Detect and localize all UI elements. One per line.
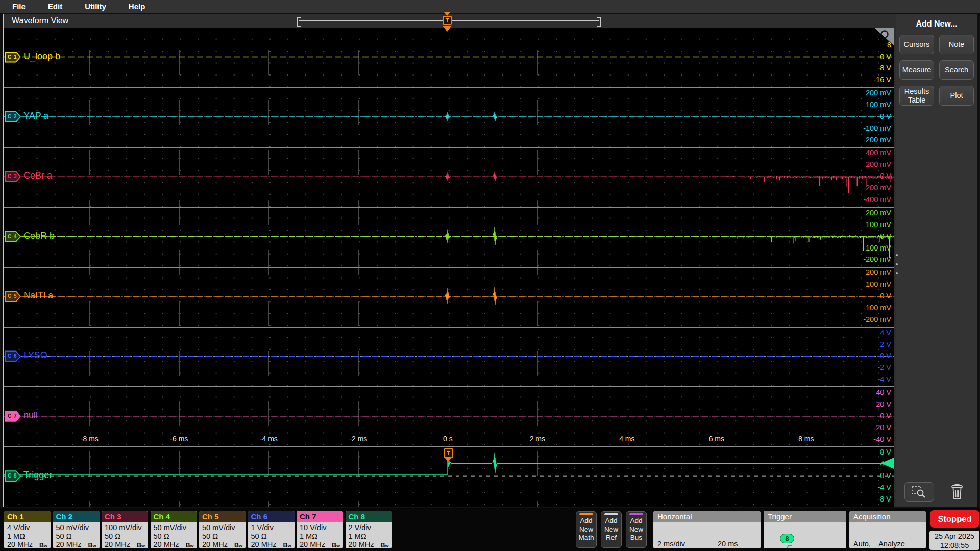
channel-badge-8[interactable]: C 8 <box>5 470 21 482</box>
scale-label: -100 mV <box>863 124 891 132</box>
run-stop-status[interactable]: Stopped <box>930 510 979 528</box>
add-new-search-button[interactable]: Search <box>939 60 974 80</box>
channel-card-body: 50 mV/div50 Ω20 MHzBw <box>151 522 197 548</box>
channel-impedance: 1 MΩ <box>300 532 341 541</box>
view-title: Waveform View <box>12 16 68 26</box>
channel-name-1[interactable]: U_loop b <box>23 51 60 62</box>
channel-card-6[interactable]: Ch 61 V/div50 Ω20 MHzBw <box>248 511 295 548</box>
add-new-plot-button[interactable]: Plot <box>939 86 974 106</box>
zoom-select-button[interactable] <box>904 482 934 502</box>
channel-card-7[interactable]: Ch 710 V/div1 MΩ20 MHzBw <box>297 511 343 548</box>
channel-name-6[interactable]: LYSO <box>23 350 47 361</box>
time-axis-label: 6 ms <box>709 435 724 443</box>
add-new-title: Add New... <box>896 19 977 29</box>
channel-card-2[interactable]: Ch 250 mV/div50 Ω20 MHzBw <box>53 511 100 548</box>
channel-card-4[interactable]: Ch 450 mV/div50 Ω20 MHzBw <box>151 511 197 548</box>
scale-label: -200 mV <box>863 136 891 144</box>
add-new-note-button[interactable]: Note <box>939 35 974 54</box>
add-new-measure-button[interactable]: Measure <box>899 60 934 80</box>
channel-card-body: 50 mV/div50 Ω20 MHzBw <box>199 522 246 548</box>
add-new-ref-button[interactable]: Add New Ref <box>601 511 622 548</box>
scale-label: 100 mV <box>866 101 891 109</box>
add-new-math-button[interactable]: Add New Math <box>576 511 597 548</box>
scale-label: 20 V <box>876 400 891 408</box>
trigger-event-flag[interactable]: T <box>444 448 453 458</box>
waveform-view-titlebar[interactable]: Waveform View T <box>4 14 895 28</box>
bw-limit-badge: Bw <box>185 543 193 549</box>
channel-name-2[interactable]: YAP a <box>23 111 48 121</box>
channel-badge-label: C 5 <box>5 291 21 302</box>
channel-impedance: 50 Ω <box>56 532 97 541</box>
scale-label: 40 V <box>876 388 891 396</box>
channel-card-body: 10 V/div1 MΩ20 MHzBw <box>297 522 343 548</box>
channel-badge-6[interactable]: C 6 <box>5 350 21 362</box>
menu-item-help[interactable]: Help <box>129 2 145 11</box>
trash-icon[interactable] <box>950 484 964 500</box>
add-new-results-table-button[interactable]: Results Table <box>899 86 934 106</box>
channel-badge-2[interactable]: C 2 <box>5 111 21 122</box>
panel-drag-handle[interactable] <box>895 254 898 274</box>
channel-divider <box>4 327 894 328</box>
channel-badge-label: C 1 <box>5 52 21 63</box>
channel-card-5[interactable]: Ch 550 mV/div50 Ω20 MHzBw <box>199 511 246 548</box>
trigger-position-caret <box>444 12 450 16</box>
bw-limit-badge: Bw <box>137 543 145 549</box>
time-axis-label: -8 ms <box>81 435 99 443</box>
scale-label: -20 V <box>873 423 891 432</box>
panel-bottom-toolbar <box>900 477 973 504</box>
channel-name-3[interactable]: CeBr a <box>23 170 52 181</box>
menu-item-file[interactable]: File <box>12 2 26 11</box>
add-new-cursors-button[interactable]: Cursors <box>899 35 934 54</box>
trigger-position-flag[interactable]: T <box>443 16 452 25</box>
menu-item-edit[interactable]: Edit <box>48 2 62 11</box>
channel-vdiv: 100 mV/div <box>105 523 146 532</box>
overview-bracket-left[interactable] <box>297 17 301 27</box>
bw-limit-badge: Bw <box>332 543 340 549</box>
trigger-level-arrow[interactable] <box>881 458 894 469</box>
menu-item-utility[interactable]: Utility <box>85 2 106 11</box>
channel-bandwidth: 20 MHzBw <box>105 540 146 548</box>
bw-limit-badge: Bw <box>88 543 96 549</box>
horizontal-card[interactable]: Horizontal 2 ms/div 20 ms SR: 62.5 MS/s … <box>653 511 761 548</box>
channel-card-header: Ch 8 <box>346 511 392 522</box>
accent-bar <box>629 513 643 515</box>
channel-name-4[interactable]: CebR b <box>23 231 55 241</box>
channel-divider <box>4 446 894 447</box>
overview-bracket-right[interactable] <box>597 17 601 27</box>
time-axis-label: -4 ms <box>260 435 278 443</box>
date-value: 25 Apr 2025 <box>929 532 979 541</box>
channel-bandwidth: 20 MHzBw <box>56 540 97 548</box>
datetime-display: 25 Apr 2025 12:08:55 <box>929 531 979 550</box>
channel-badge-5[interactable]: C 5 <box>5 291 21 302</box>
trigger-card[interactable]: Trigger 8 4 V <box>764 511 846 548</box>
channel-name-7[interactable]: null <box>23 410 38 421</box>
channel-badge-1[interactable]: C 1 <box>5 52 21 63</box>
time-axis-label: 8 ms <box>798 435 814 443</box>
acquisition-card[interactable]: Acquisition Auto, Analyze High Res: 16 b… <box>849 511 926 548</box>
channel-name-8[interactable]: Trigger <box>23 470 52 481</box>
scale-label: 200 mV <box>866 89 891 97</box>
add-new-bus-button[interactable]: Add New Bus <box>626 511 647 548</box>
scale-label: 0 V <box>880 412 891 420</box>
channel-vdiv: 50 mV/div <box>56 523 97 532</box>
channel-bandwidth: 20 MHzBw <box>251 540 292 548</box>
channel-bandwidth: 20 MHzBw <box>349 540 390 548</box>
waveform-plot[interactable]: T -8 ms-6 ms-4 ms-2 ms0 s2 ms4 ms6 ms8 m… <box>4 28 894 507</box>
time-axis-label: 0 s <box>443 435 453 443</box>
scale-label: 200 mV <box>866 209 891 217</box>
channel-vdiv: 2 V/div <box>349 523 390 532</box>
bandwidth-value: 20 MHz <box>56 540 82 548</box>
channel-card-3[interactable]: Ch 3100 mV/div50 Ω20 MHzBw <box>102 511 148 548</box>
panel-separator <box>900 114 973 114</box>
channel-card-1[interactable]: Ch 14 V/div1 MΩ20 MHzBw <box>4 511 51 548</box>
channel-name-5[interactable]: NaITl a <box>23 290 53 301</box>
scale-label: -16 V <box>873 76 891 84</box>
channel-vdiv: 50 mV/div <box>154 523 195 532</box>
add-button-label: Add New Ref <box>604 517 618 543</box>
channel-card-8[interactable]: Ch 82 V/div1 MΩ20 MHzBw <box>346 511 392 548</box>
channel-badge-7[interactable]: C 7 <box>5 411 21 422</box>
trigger-event-flag-tip <box>445 458 452 462</box>
channel-badge-4[interactable]: C 4 <box>5 231 21 242</box>
bw-limit-badge: Bw <box>39 543 47 549</box>
channel-badge-3[interactable]: C 3 <box>5 171 21 182</box>
